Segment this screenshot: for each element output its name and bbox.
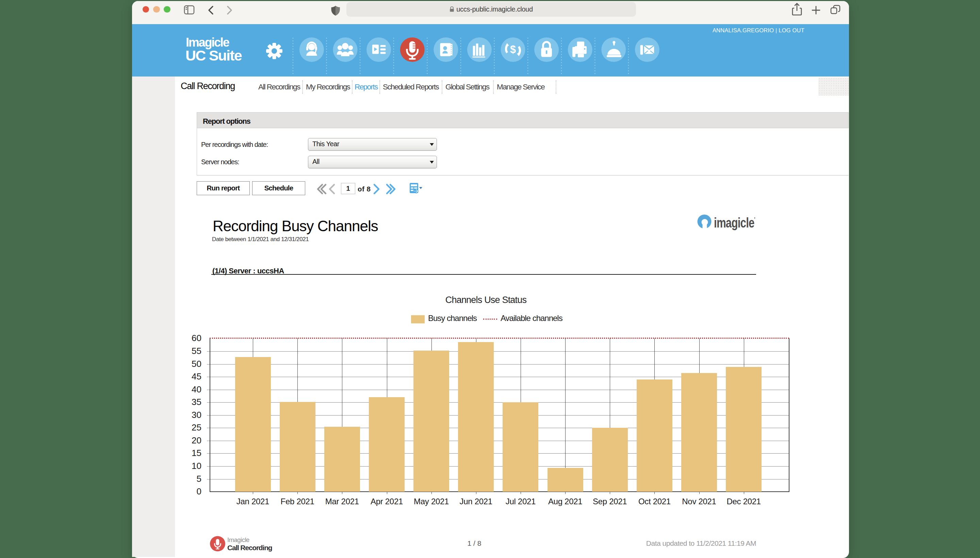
svg-text:$: $	[510, 44, 516, 55]
